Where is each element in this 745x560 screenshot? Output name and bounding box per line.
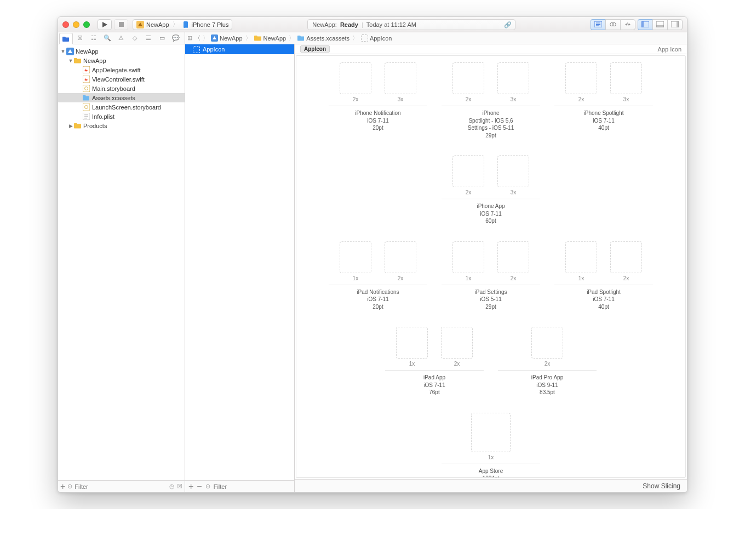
image-well[interactable] xyxy=(340,241,371,273)
status-project: NewApp: xyxy=(312,21,337,28)
navigator-filter-input[interactable] xyxy=(74,483,167,490)
editor-footer: Show Slicing xyxy=(295,479,687,492)
crumb-group[interactable]: NewApp xyxy=(253,35,288,42)
image-well[interactable] xyxy=(452,241,484,273)
image-well[interactable] xyxy=(385,62,416,94)
version-editor-button[interactable] xyxy=(620,19,635,30)
scale-label: 2x xyxy=(511,275,517,281)
report-navigator-tab[interactable]: 💬 xyxy=(169,32,182,44)
appicon-icon xyxy=(361,34,368,42)
image-well[interactable] xyxy=(471,413,511,452)
asset-list[interactable]: AppIcon xyxy=(185,44,294,480)
recent-filter-icon[interactable]: ◷ xyxy=(169,483,175,490)
icon-set: 2xiPad Pro AppiOS 9-1183.5pt xyxy=(498,327,597,396)
scale-label: 3x xyxy=(398,96,404,102)
asset-filter-input[interactable] xyxy=(214,483,291,490)
icon-set: 2x3xiPhone AppiOS 7-1160pt xyxy=(442,155,540,225)
related-items-icon[interactable]: ⊞ xyxy=(187,34,192,42)
image-well[interactable] xyxy=(441,327,473,359)
file-tree[interactable]: ▼ NewApp ▼ NewApp AppDelegate.swift View… xyxy=(58,44,185,480)
tree-project-root[interactable]: ▼ NewApp xyxy=(58,47,185,56)
image-well[interactable] xyxy=(497,241,529,273)
image-well[interactable] xyxy=(340,62,371,94)
close-icon[interactable] xyxy=(62,21,69,28)
image-well[interactable] xyxy=(396,327,428,359)
chevron-right-icon: 〉 xyxy=(289,34,295,42)
chevron-right-icon: 〉 xyxy=(245,34,251,42)
scheme-selector[interactable]: NewApp 〉 iPhone 7 Plus xyxy=(133,19,232,30)
status-time: Today at 11:12 AM xyxy=(366,21,416,28)
svg-marker-0 xyxy=(102,22,107,27)
stop-button[interactable] xyxy=(114,19,128,30)
tree-file-mainstoryboard[interactable]: Main.storyboard xyxy=(58,84,185,93)
titlebar: NewApp 〉 iPhone 7 Plus NewApp: Ready | T… xyxy=(58,17,687,32)
asset-row-appicon[interactable]: AppIcon xyxy=(185,44,294,54)
icon-set-caption: iPhone AppiOS 7-1160pt xyxy=(477,203,505,225)
tree-group[interactable]: ▼ NewApp xyxy=(58,56,185,65)
remove-asset-button[interactable]: − xyxy=(197,482,202,491)
toggle-debug-area-button[interactable] xyxy=(652,19,667,30)
add-asset-button[interactable]: + xyxy=(188,482,193,491)
jump-bar: ⊞ 〈 〉 NewApp 〉 NewApp 〉 Assets.xcassets … xyxy=(185,32,687,44)
image-well[interactable] xyxy=(565,241,597,273)
image-well[interactable] xyxy=(497,62,529,94)
crumb-assets[interactable]: Assets.xcassets xyxy=(296,35,351,42)
standard-editor-button[interactable] xyxy=(591,19,605,30)
svg-rect-21 xyxy=(83,85,90,92)
filter-scope-icon[interactable]: ⊙ xyxy=(205,483,210,490)
image-well[interactable] xyxy=(610,62,642,94)
image-well[interactable] xyxy=(497,155,529,187)
scm-filter-icon[interactable]: ☒ xyxy=(177,483,182,490)
symbol-navigator-tab[interactable]: ☷ xyxy=(87,32,100,44)
assistant-editor-button[interactable] xyxy=(605,19,620,30)
scheme-app-label: NewApp xyxy=(146,21,169,28)
svg-rect-20 xyxy=(83,76,90,83)
debug-navigator-tab[interactable]: ☰ xyxy=(141,32,155,44)
toggle-navigator-button[interactable] xyxy=(638,19,652,30)
zoom-icon[interactable] xyxy=(83,21,90,28)
tree-file-plist[interactable]: Info.plist xyxy=(58,112,185,121)
icon-set-caption: iPhoneSpotlight - iOS 5,6Settings - iOS … xyxy=(468,109,514,139)
image-well[interactable] xyxy=(385,241,416,273)
run-button[interactable] xyxy=(98,19,112,30)
tree-file-appdelegate[interactable]: AppDelegate.swift xyxy=(58,65,185,74)
scale-label: 3x xyxy=(511,96,517,102)
scale-label: 2x xyxy=(466,96,472,102)
show-slicing-button[interactable]: Show Slicing xyxy=(643,482,680,490)
image-well[interactable] xyxy=(452,155,484,187)
find-navigator-tab[interactable]: 🔍 xyxy=(100,32,114,44)
crumb-project[interactable]: NewApp xyxy=(210,34,244,42)
icon-set-caption: iPad Pro AppiOS 9-1183.5pt xyxy=(531,374,563,396)
crumb-asset-item[interactable]: AppIcon xyxy=(360,34,393,42)
issue-navigator-tab[interactable]: ⚠ xyxy=(114,32,128,44)
add-button[interactable]: + xyxy=(60,482,65,491)
forward-button[interactable]: 〉 xyxy=(203,34,209,42)
svg-rect-4 xyxy=(185,27,187,27)
image-well[interactable] xyxy=(452,62,484,94)
scale-label: 1x xyxy=(466,275,472,281)
back-button[interactable]: 〈 xyxy=(194,34,200,42)
appicon-icon xyxy=(193,46,200,53)
tree-file-launchsb[interactable]: LaunchScreen.storyboard xyxy=(58,102,185,112)
icon-set: 1x2xiPad SettingsiOS 5-1129pt xyxy=(442,241,540,311)
breakpoint-navigator-tab[interactable]: ▭ xyxy=(155,32,169,44)
asset-title: AppIcon xyxy=(300,45,330,53)
toggle-utilities-button[interactable] xyxy=(667,19,683,30)
tree-products-group[interactable]: ▶ Products xyxy=(58,121,185,130)
tree-file-viewcontroller[interactable]: ViewController.swift xyxy=(58,74,185,84)
scale-label: 1x xyxy=(409,361,415,367)
scale-label: 3x xyxy=(623,96,629,102)
minimize-icon[interactable] xyxy=(73,21,79,28)
image-well[interactable] xyxy=(565,62,597,94)
appicon-canvas[interactable]: 2x3xiPhone NotificationiOS 7-1120pt2x3xi… xyxy=(296,55,686,478)
test-navigator-tab[interactable]: ◇ xyxy=(128,32,141,44)
image-well[interactable] xyxy=(610,241,642,273)
tree-file-assets[interactable]: Assets.xcassets xyxy=(58,93,185,102)
image-well[interactable] xyxy=(531,327,563,359)
link-icon[interactable]: 🔗 xyxy=(504,21,512,28)
project-navigator-tab[interactable] xyxy=(59,33,73,44)
scale-label: 2x xyxy=(623,275,629,281)
activity-viewer: NewApp: Ready | Today at 11:12 AM 🔗 xyxy=(307,19,515,30)
source-control-navigator-tab[interactable]: ☒ xyxy=(73,32,87,44)
filter-scope-icon[interactable]: ⊙ xyxy=(67,483,72,490)
